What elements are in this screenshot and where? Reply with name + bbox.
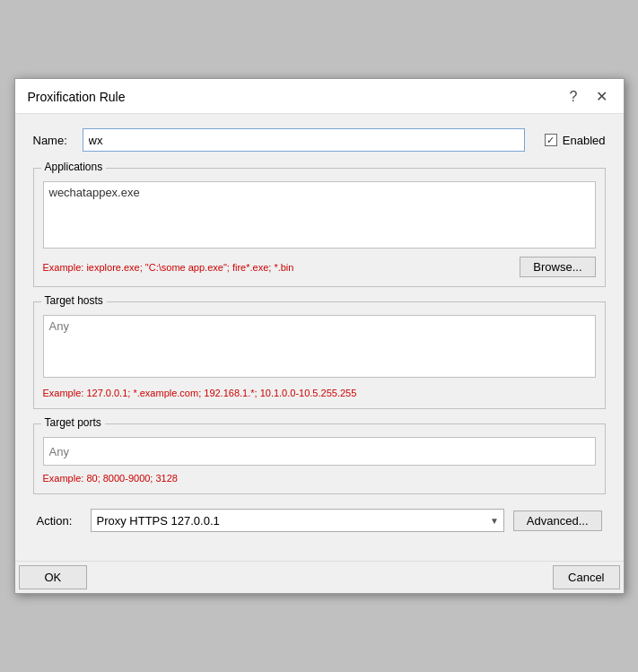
- apps-content: wechatappex.exe Example: iexplore.exe; "…: [43, 176, 596, 277]
- target-hosts-example: Example: 127.0.0.1; *.example.com; 192.1…: [43, 388, 357, 398]
- close-button[interactable]: ✕: [592, 88, 611, 106]
- help-button[interactable]: ?: [566, 88, 581, 106]
- name-input[interactable]: [83, 128, 525, 152]
- applications-example: Example: iexplore.exe; "C:\some app.exe"…: [43, 262, 294, 273]
- ok-button[interactable]: OK: [19, 565, 88, 589]
- apps-footer: Example: iexplore.exe; "C:\some app.exe"…: [43, 257, 596, 277]
- name-label: Name:: [33, 134, 74, 147]
- target-hosts-section: Target hosts Example: 127.0.0.1; *.examp…: [33, 301, 606, 409]
- footer-row: OK Cancel: [15, 561, 624, 593]
- dialog-title: Proxification Rule: [28, 90, 126, 104]
- enabled-checkbox[interactable]: ✓: [545, 134, 557, 146]
- name-row: Name: ✓ Enabled: [33, 128, 606, 152]
- action-select[interactable]: Proxy HTTPS 127.0.0.1 Direct Block: [91, 509, 504, 532]
- target-hosts-input[interactable]: [43, 315, 596, 378]
- enabled-section: ✓ Enabled: [545, 134, 606, 147]
- title-bar: Proxification Rule ? ✕: [15, 79, 624, 114]
- action-row: Action: Proxy HTTPS 127.0.0.1 Direct Blo…: [33, 509, 606, 532]
- applications-title: Applications: [41, 161, 107, 173]
- ports-example-wrapper: Example: 80; 8000-9000; 3128: [43, 471, 596, 484]
- applications-textarea[interactable]: wechatappex.exe: [43, 181, 596, 249]
- action-label: Action:: [37, 514, 82, 528]
- dialog-body: Name: ✓ Enabled Applications wechatappex…: [15, 114, 624, 559]
- apps-row: wechatappex.exe: [43, 176, 596, 251]
- browse-button[interactable]: Browse...: [520, 257, 595, 277]
- enabled-label: Enabled: [563, 134, 606, 147]
- proxification-rule-dialog: Proxification Rule ? ✕ Name: ✓ Enabled A…: [14, 78, 625, 594]
- title-bar-left: Proxification Rule: [28, 90, 126, 104]
- hosts-example-wrapper: Example: 127.0.0.1; *.example.com; 192.1…: [43, 386, 596, 399]
- action-select-wrapper: Proxy HTTPS 127.0.0.1 Direct Block ▼: [91, 509, 504, 532]
- advanced-button[interactable]: Advanced...: [513, 511, 602, 531]
- target-ports-example: Example: 80; 8000-9000; 3128: [43, 473, 178, 484]
- checkbox-check: ✓: [546, 135, 555, 145]
- target-ports-input[interactable]: [43, 437, 596, 466]
- target-hosts-title: Target hosts: [41, 294, 107, 307]
- target-ports-title: Target ports: [41, 416, 105, 429]
- title-bar-right: ? ✕: [566, 88, 611, 106]
- applications-section: Applications wechatappex.exe Example: ie…: [33, 168, 606, 287]
- target-ports-section: Target ports Example: 80; 8000-9000; 312…: [33, 423, 606, 494]
- apps-textarea-wrapper: wechatappex.exe: [43, 176, 596, 251]
- cancel-button[interactable]: Cancel: [553, 565, 619, 589]
